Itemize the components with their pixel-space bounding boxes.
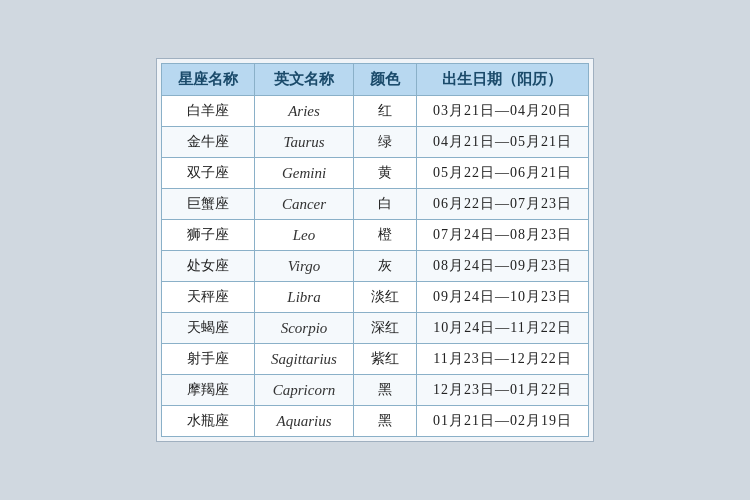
cell-dates: 06月22日—07月23日 [416, 189, 588, 220]
cell-color: 白 [353, 189, 416, 220]
cell-chinese-name: 金牛座 [162, 127, 255, 158]
header-dates: 出生日期（阳历） [416, 64, 588, 96]
cell-dates: 07月24日—08月23日 [416, 220, 588, 251]
cell-english-name: Gemini [255, 158, 354, 189]
cell-dates: 04月21日—05月21日 [416, 127, 588, 158]
cell-dates: 11月23日—12月22日 [416, 344, 588, 375]
zodiac-table: 星座名称 英文名称 颜色 出生日期（阳历） 白羊座Aries红03月21日—04… [161, 63, 589, 437]
cell-color: 淡红 [353, 282, 416, 313]
table-row: 金牛座Taurus绿04月21日—05月21日 [162, 127, 589, 158]
table-row: 狮子座Leo橙07月24日—08月23日 [162, 220, 589, 251]
cell-dates: 05月22日—06月21日 [416, 158, 588, 189]
cell-english-name: Scorpio [255, 313, 354, 344]
cell-dates: 03月21日—04月20日 [416, 96, 588, 127]
cell-color: 深红 [353, 313, 416, 344]
cell-english-name: Sagittarius [255, 344, 354, 375]
cell-chinese-name: 双子座 [162, 158, 255, 189]
table-container: 星座名称 英文名称 颜色 出生日期（阳历） 白羊座Aries红03月21日—04… [156, 58, 594, 442]
header-english-name: 英文名称 [255, 64, 354, 96]
cell-chinese-name: 天秤座 [162, 282, 255, 313]
cell-dates: 12月23日—01月22日 [416, 375, 588, 406]
cell-color: 紫红 [353, 344, 416, 375]
cell-english-name: Capricorn [255, 375, 354, 406]
cell-dates: 01月21日—02月19日 [416, 406, 588, 437]
cell-english-name: Taurus [255, 127, 354, 158]
cell-english-name: Aquarius [255, 406, 354, 437]
cell-chinese-name: 射手座 [162, 344, 255, 375]
cell-dates: 09月24日—10月23日 [416, 282, 588, 313]
cell-chinese-name: 水瓶座 [162, 406, 255, 437]
cell-english-name: Leo [255, 220, 354, 251]
table-row: 水瓶座Aquarius黑01月21日—02月19日 [162, 406, 589, 437]
cell-color: 黑 [353, 375, 416, 406]
cell-english-name: Virgo [255, 251, 354, 282]
table-row: 天秤座Libra淡红09月24日—10月23日 [162, 282, 589, 313]
cell-english-name: Libra [255, 282, 354, 313]
cell-dates: 10月24日—11月22日 [416, 313, 588, 344]
cell-chinese-name: 天蝎座 [162, 313, 255, 344]
table-row: 射手座Sagittarius紫红11月23日—12月22日 [162, 344, 589, 375]
cell-color: 黄 [353, 158, 416, 189]
table-row: 双子座Gemini黄05月22日—06月21日 [162, 158, 589, 189]
table-row: 白羊座Aries红03月21日—04月20日 [162, 96, 589, 127]
cell-chinese-name: 白羊座 [162, 96, 255, 127]
header-row: 星座名称 英文名称 颜色 出生日期（阳历） [162, 64, 589, 96]
cell-chinese-name: 处女座 [162, 251, 255, 282]
cell-english-name: Aries [255, 96, 354, 127]
header-color: 颜色 [353, 64, 416, 96]
cell-dates: 08月24日—09月23日 [416, 251, 588, 282]
table-row: 摩羯座Capricorn黑12月23日—01月22日 [162, 375, 589, 406]
cell-chinese-name: 狮子座 [162, 220, 255, 251]
cell-color: 绿 [353, 127, 416, 158]
table-row: 处女座Virgo灰08月24日—09月23日 [162, 251, 589, 282]
header-chinese-name: 星座名称 [162, 64, 255, 96]
cell-chinese-name: 摩羯座 [162, 375, 255, 406]
cell-color: 红 [353, 96, 416, 127]
cell-english-name: Cancer [255, 189, 354, 220]
cell-color: 灰 [353, 251, 416, 282]
cell-color: 橙 [353, 220, 416, 251]
table-row: 巨蟹座Cancer白06月22日—07月23日 [162, 189, 589, 220]
cell-color: 黑 [353, 406, 416, 437]
table-row: 天蝎座Scorpio深红10月24日—11月22日 [162, 313, 589, 344]
cell-chinese-name: 巨蟹座 [162, 189, 255, 220]
